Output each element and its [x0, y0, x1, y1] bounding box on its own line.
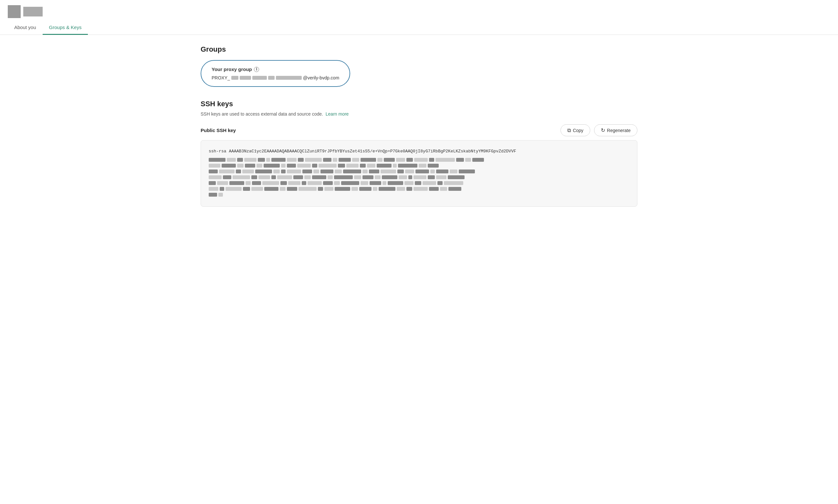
proxy-prefix: PROXY_ — [212, 75, 230, 80]
ssh-key-redacted — [209, 158, 629, 197]
ssh-title: SSH keys — [200, 100, 638, 108]
nav-tabs: About you Groups & Keys — [0, 21, 838, 35]
logo-text — [23, 7, 42, 16]
ssh-key-box: ssh-rsa AAAAB3NzaC1yc2EAAAADAQABAAACQClZ… — [200, 140, 638, 206]
redacted-line-2 — [209, 164, 629, 167]
regenerate-icon: ↻ — [601, 127, 605, 133]
copy-button[interactable]: ⧉ Copy — [560, 124, 590, 136]
proxy-group-label-row: Your proxy group ℹ — [212, 67, 339, 72]
redacted-3 — [252, 76, 267, 80]
redacted-line-4 — [209, 175, 629, 179]
tab-about-you[interactable]: About you — [8, 21, 42, 35]
redacted-4 — [268, 76, 275, 80]
proxy-group-oval: Your proxy group ℹ PROXY_ @verily-bvdp.c… — [200, 60, 350, 87]
copy-icon: ⧉ — [567, 128, 571, 133]
redacted-1 — [231, 76, 239, 80]
redacted-line-5 — [209, 181, 629, 185]
redacted-line-3 — [209, 169, 629, 174]
regenerate-button-label: Regenerate — [607, 128, 631, 133]
logo-area — [8, 5, 42, 18]
tab-groups-keys[interactable]: Groups & Keys — [42, 21, 88, 35]
info-icon[interactable]: ℹ — [254, 67, 259, 72]
learn-more-link[interactable]: Learn more — [326, 111, 349, 116]
redacted-5 — [276, 76, 302, 80]
email-suffix: @verily-bvdp.com — [303, 75, 339, 80]
ssh-key-text: ssh-rsa AAAAB3NzaC1yc2EAAAADAQABAAACQClZ… — [209, 148, 629, 155]
proxy-group-container: Your proxy group ℹ PROXY_ @verily-bvdp.c… — [200, 60, 350, 87]
main-content: Groups Your proxy group ℹ PROXY_ @verily… — [193, 35, 645, 217]
header — [0, 0, 838, 18]
logo-icon — [8, 5, 21, 18]
public-key-header: Public SSH key ⧉ Copy ↻ Regenerate — [200, 124, 638, 136]
ssh-key-actions: ⧉ Copy ↻ Regenerate — [560, 124, 638, 136]
public-key-label: Public SSH key — [200, 128, 236, 133]
proxy-group-label-text: Your proxy group — [212, 67, 252, 72]
groups-title: Groups — [200, 45, 638, 54]
ssh-description: SSH keys are used to access external dat… — [200, 111, 638, 116]
proxy-group-value: PROXY_ @verily-bvdp.com — [212, 75, 339, 80]
redacted-2 — [240, 76, 251, 80]
redacted-line-1 — [209, 158, 629, 162]
redacted-line-6 — [209, 187, 629, 191]
redacted-line-7 — [209, 193, 629, 197]
copy-button-label: Copy — [573, 128, 583, 133]
regenerate-button[interactable]: ↻ Regenerate — [594, 124, 638, 136]
